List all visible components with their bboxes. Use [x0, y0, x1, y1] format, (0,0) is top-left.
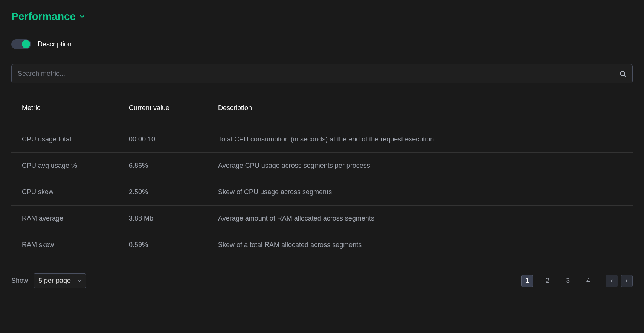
cell-metric: RAM average — [22, 215, 129, 223]
page-button-2[interactable]: 2 — [542, 275, 554, 287]
next-page-button[interactable] — [621, 275, 633, 287]
show-label: Show — [11, 277, 28, 285]
toggle-knob — [22, 40, 30, 48]
metrics-table: Metric Current value Description CPU usa… — [11, 104, 633, 258]
chevron-down-icon — [77, 278, 82, 284]
table-header-row: Metric Current value Description — [11, 104, 633, 126]
page-size-select[interactable]: 5 per page — [34, 273, 86, 288]
table-row: CPU avg usage %6.86%Average CPU usage ac… — [11, 153, 633, 179]
header-value: Current value — [129, 104, 218, 112]
svg-line-1 — [624, 75, 626, 77]
show-group: Show 5 per page — [11, 273, 86, 288]
page-button-3[interactable]: 3 — [562, 275, 574, 287]
cell-description: Average amount of RAM allocated across s… — [218, 215, 622, 223]
page-button-4[interactable]: 4 — [582, 275, 594, 287]
toggle-label: Description — [38, 40, 72, 48]
table-row: CPU skew2.50%Skew of CPU usage across se… — [11, 179, 633, 206]
pagination: 1234 — [521, 275, 633, 287]
table-row: RAM skew0.59%Skew of a total RAM allocat… — [11, 232, 633, 258]
cell-metric: CPU usage total — [22, 135, 129, 143]
search-wrapper — [11, 64, 633, 83]
header-description: Description — [218, 104, 622, 112]
description-toggle[interactable] — [11, 39, 31, 49]
description-toggle-row: Description — [11, 39, 633, 49]
cell-value: 3.88 Mb — [129, 215, 218, 223]
cell-value: 0.59% — [129, 241, 218, 249]
prev-page-button[interactable] — [606, 275, 618, 287]
cell-value: 00:00:10 — [129, 135, 218, 143]
page-size-value: 5 per page — [38, 277, 71, 285]
chevron-down-icon — [79, 13, 85, 20]
table-row: CPU usage total00:00:10Total CPU consump… — [11, 126, 633, 153]
cell-metric: CPU skew — [22, 188, 129, 196]
page-title: Performance — [11, 11, 76, 23]
cell-metric: CPU avg usage % — [22, 162, 129, 170]
search-icon[interactable] — [619, 70, 627, 78]
page-title-row[interactable]: Performance — [11, 11, 633, 23]
cell-description: Skew of CPU usage across segments — [218, 188, 622, 196]
table-row: RAM average3.88 MbAverage amount of RAM … — [11, 206, 633, 232]
cell-description: Skew of a total RAM allocated across seg… — [218, 241, 622, 249]
cell-metric: RAM skew — [22, 241, 129, 249]
cell-value: 2.50% — [129, 188, 218, 196]
search-input[interactable] — [11, 64, 633, 83]
cell-description: Total CPU consumption (in seconds) at th… — [218, 135, 622, 143]
cell-value: 6.86% — [129, 162, 218, 170]
header-metric: Metric — [22, 104, 129, 112]
cell-description: Average CPU usage across segments per pr… — [218, 162, 622, 170]
page-button-1[interactable]: 1 — [521, 275, 533, 287]
table-footer: Show 5 per page 1234 — [11, 273, 633, 288]
